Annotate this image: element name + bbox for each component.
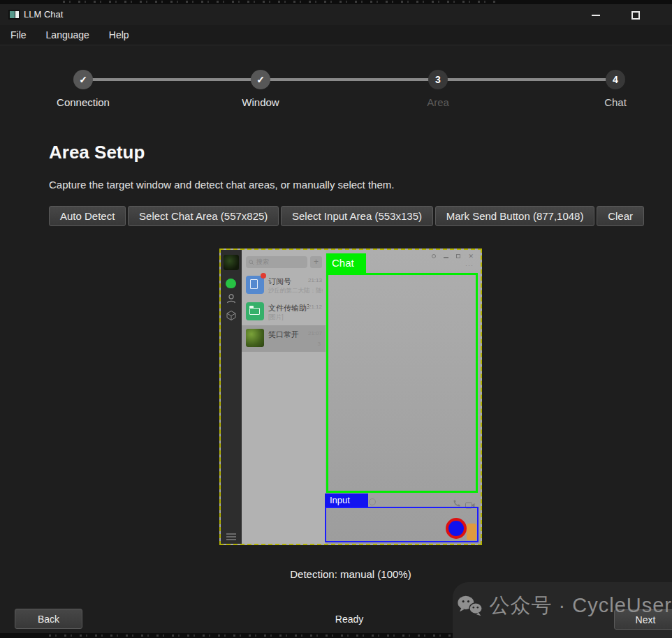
search-icon — [249, 260, 254, 265]
minimize-icon — [592, 15, 600, 16]
app-icon — [8, 10, 20, 20]
wechat-list-item-selected: 笑口常开 21:07 3 — [242, 325, 326, 352]
list-item-subtitle: [图片] — [268, 313, 284, 322]
wechat-chat-list: 搜索 + 订阅号 21:13 沙丘的第二大陆：随你随… 文件传输助手 21:12… — [242, 250, 326, 544]
wechat-search-placeholder: 搜索 — [256, 258, 269, 267]
menu-help[interactable]: Help — [99, 25, 139, 45]
step-window-label: Window — [212, 96, 309, 108]
page-title: Area Setup — [49, 142, 145, 163]
wechat-send-button — [467, 524, 476, 540]
menu-bar: File Language Help — [0, 25, 672, 45]
wechat-close-icon: ✕ — [468, 253, 474, 259]
wechat-maximize-icon — [456, 254, 460, 258]
file-transfer-icon — [246, 302, 264, 320]
title-bar: LLM Chat — [0, 4, 672, 25]
emoji-icon — [369, 498, 376, 505]
wechat-search-bar: 搜索 — [246, 256, 307, 268]
stepper-line — [83, 78, 615, 81]
select-input-area-button[interactable]: Select Input Area (553x135) — [281, 206, 433, 226]
wechat-menu-icon — [226, 533, 236, 540]
list-item-title: 文件传输助手 — [268, 303, 309, 313]
wechat-avatar — [224, 255, 239, 270]
wechat-contacts-icon — [226, 293, 237, 304]
menu-language[interactable]: Language — [36, 25, 99, 45]
select-chat-area-button[interactable]: Select Chat Area (557x825) — [128, 206, 279, 226]
next-button[interactable]: Next — [614, 609, 672, 630]
list-item-subtitle: 沙丘的第二大陆：随你随… — [268, 287, 323, 295]
list-item-title: 订阅号 — [268, 276, 291, 287]
action-button-row: Auto Detect Select Chat Area (557x825) S… — [49, 206, 644, 226]
maximize-button[interactable] — [626, 8, 645, 22]
step-connection-label: Connection — [34, 96, 132, 108]
detection-status: Detection: manual (100%) — [219, 568, 482, 580]
wechat-add-icon: + — [310, 256, 322, 268]
voice-call-icon — [453, 498, 462, 505]
minimize-button[interactable] — [586, 8, 606, 22]
input-area-overlay-label: Input — [325, 494, 368, 507]
more-dots-icon: ··· — [465, 262, 474, 269]
wechat-chats-icon — [226, 279, 236, 288]
back-button[interactable]: Back — [15, 609, 82, 629]
step-connection-circle: ✓ — [73, 70, 93, 89]
app-window: LLM Chat File Language Help ✓ Connection… — [0, 0, 672, 638]
wechat-window-controls: ✕ — [432, 253, 474, 259]
wechat-favorites-icon — [226, 310, 237, 321]
video-call-icon — [465, 499, 474, 507]
step-window: ✓ Window — [212, 70, 309, 108]
list-item-time: 21:07 — [308, 330, 322, 336]
wechat-minimize-icon — [444, 257, 448, 258]
chat-area-overlay-label: Chat — [326, 253, 366, 273]
window-title: LLM Chat — [24, 9, 63, 20]
send-button-marker — [446, 518, 467, 539]
list-item-title: 笑口常开 — [268, 329, 299, 340]
wechat-list-item: 订阅号 21:13 沙丘的第二大陆：随你随… — [242, 272, 326, 299]
list-item-time: 21:12 — [308, 304, 322, 310]
status-text: Ready — [335, 614, 363, 625]
capture-preview: 搜索 + 订阅号 21:13 沙丘的第二大陆：随你随… 文件传输助手 21:12… — [219, 248, 482, 545]
step-area: 3 Area — [389, 70, 487, 108]
menu-file[interactable]: File — [10, 25, 36, 45]
list-item-time: 21:13 — [308, 277, 322, 283]
wechat-nav-rail — [221, 250, 242, 544]
step-chat-circle: 4 — [606, 70, 625, 89]
chat-area-overlay-rect — [326, 273, 478, 493]
mark-send-button-button[interactable]: Mark Send Button (877,1048) — [435, 206, 595, 226]
page-description: Capture the target window and detect cha… — [49, 179, 394, 191]
wechat-list-item: 文件传输助手 21:12 [图片] — [242, 299, 326, 325]
subscriptions-icon — [246, 276, 264, 294]
group-avatar — [246, 329, 264, 347]
step-area-circle: 3 — [428, 70, 448, 89]
step-connection: ✓ Connection — [34, 70, 132, 108]
clear-button[interactable]: Clear — [597, 206, 644, 226]
maximize-icon — [631, 11, 640, 20]
unread-dot — [261, 273, 266, 279]
step-area-label: Area — [389, 96, 487, 108]
auto-detect-button[interactable]: Auto Detect — [49, 206, 126, 226]
step-chat: 4 Chat — [567, 70, 664, 108]
step-window-circle: ✓ — [251, 70, 270, 89]
list-item-badge: 3 — [318, 341, 321, 347]
pin-icon — [432, 254, 436, 258]
step-chat-label: Chat — [567, 96, 664, 108]
